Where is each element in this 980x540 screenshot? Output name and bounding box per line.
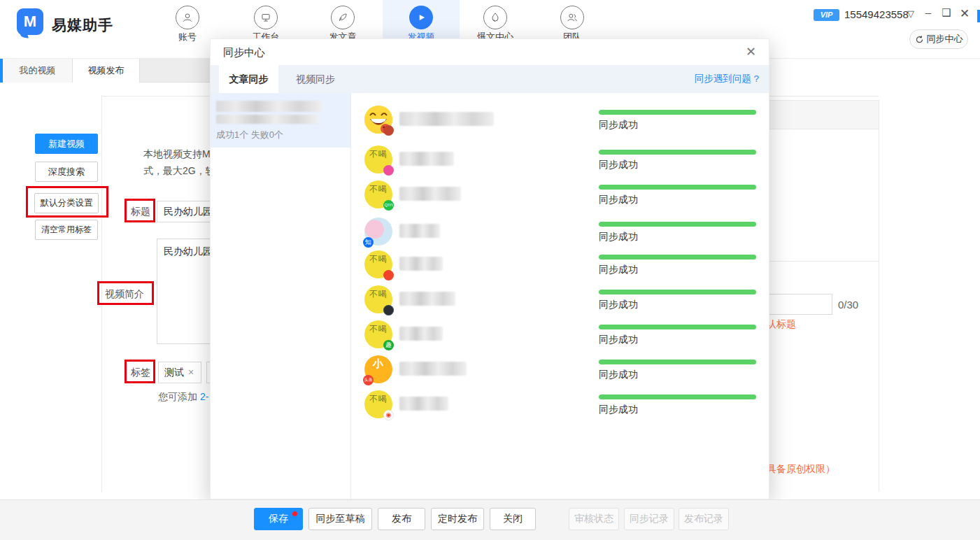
deep-search-button[interactable]: 深度搜索: [35, 162, 98, 182]
save-button[interactable]: 保存: [254, 508, 303, 530]
toutiao-badge: 头条: [363, 375, 374, 385]
task-title-blurred: [216, 115, 318, 124]
platform-avatar: 不喝: [364, 285, 392, 313]
tab-video-publish[interactable]: 视频发布: [73, 59, 140, 83]
account-number: 15549423558: [844, 8, 909, 20]
sync-help-link[interactable]: 同步遇到问题 ?: [695, 65, 759, 93]
iqiyi-badge: QIYI: [383, 200, 394, 211]
weibo-badge: ◉: [383, 410, 394, 420]
char-counter: 0/30: [838, 299, 858, 311]
remove-tag-icon[interactable]: ×: [188, 367, 194, 378]
default-category-button[interactable]: 默认分类设置: [34, 193, 99, 213]
vip-badge: VIP: [814, 9, 839, 21]
right-panel-border: [879, 100, 879, 492]
account-name-blurred: [399, 112, 494, 126]
sync-status: 同步成功: [599, 119, 638, 132]
sync-row: 不喝 同步成功: [350, 145, 770, 178]
sync-status: 同步成功: [599, 334, 638, 346]
platform-avatar: 不喝: [364, 250, 392, 278]
bottom-action-bar: 保存 同步至草稿 发布 定时发布 关闭 审核状态 同步记录 发布记录: [0, 499, 980, 540]
task-title-blurred: [216, 101, 322, 112]
publish-records-button: 发布记录: [679, 508, 729, 530]
tag-chip[interactable]: 测试×: [158, 362, 201, 383]
maximize-button[interactable]: ❑: [939, 6, 953, 19]
platform-avatar: 小头条: [364, 355, 392, 383]
sync-center-modal: 同步中心 ✕ 文章同步 视频同步 同步遇到问题 ? 成功1个 失败0个 清空记录: [210, 38, 769, 499]
sync-task-item[interactable]: 成功1个 失败0个: [211, 93, 350, 148]
app-logo-icon: M: [17, 8, 43, 35]
monitor-icon: [254, 6, 278, 29]
platform-avatar: 不喝◉: [364, 390, 392, 418]
account-dropdown-icon[interactable]: ▽: [907, 8, 914, 19]
modal-close-icon[interactable]: ✕: [746, 44, 756, 59]
sync-status: 同步成功: [599, 299, 638, 311]
platform-badge: [383, 305, 394, 315]
qutoutiao-badge: 趣: [383, 340, 394, 350]
sync-progress-bar: [599, 395, 756, 399]
platform-avatar: 知: [364, 218, 392, 246]
tags-add-hint: 您可添加 2-: [158, 391, 208, 404]
scheduled-publish-button[interactable]: 定时发布: [431, 508, 484, 530]
sync-progress-bar: [599, 185, 756, 190]
clear-common-tags-button[interactable]: 清空常用标签: [35, 220, 98, 240]
platform-avatar-emoji: [364, 106, 392, 134]
account-name-blurred: [399, 152, 454, 166]
task-stats: 成功1个 失败0个: [216, 129, 283, 141]
sync-row: 不喝 同步成功: [350, 250, 770, 283]
sohu-badge: [383, 270, 394, 280]
play-video-icon: [409, 6, 433, 29]
sync-progress-bar: [599, 360, 756, 364]
logo-glyph: M: [24, 13, 36, 31]
modal-tab-video-sync[interactable]: 视频同步: [296, 65, 335, 93]
platform-avatar: 不喝QIYI: [364, 180, 392, 208]
orange-hint-rights-fragment: 具备原创权限）: [767, 463, 835, 476]
sync-center-button[interactable]: 同步中心: [909, 29, 968, 49]
new-video-button[interactable]: 新建视频: [35, 134, 98, 154]
platform-avatar: 不喝: [364, 145, 392, 173]
platform-avatar: 不喝趣: [364, 320, 392, 348]
account-name-blurred: [399, 257, 443, 271]
account-name-blurred: [399, 187, 461, 201]
flame-icon: [483, 6, 507, 29]
sync-row: 不喝 同步成功: [350, 285, 770, 318]
publish-button[interactable]: 发布: [378, 508, 425, 530]
account-name-blurred: [399, 397, 448, 411]
feather-pen-icon: [331, 6, 355, 29]
close-button[interactable]: 关闭: [490, 508, 536, 530]
sync-status: 同步成功: [599, 231, 638, 243]
modal-title: 同步中心: [223, 46, 265, 59]
account-name-blurred: [399, 327, 443, 341]
close-window-button[interactable]: ✕: [958, 6, 972, 21]
tab-my-videos[interactable]: 我的视频: [3, 59, 73, 83]
sync-row: 知 同步成功: [350, 218, 770, 250]
sync-progress-bar: [599, 325, 756, 329]
refresh-icon: [915, 35, 924, 44]
tags-label: 标签: [131, 367, 150, 379]
sync-progress-bar: [599, 255, 756, 260]
description-label: 视频简介: [105, 288, 144, 301]
sync-status: 同步成功: [599, 194, 638, 206]
modal-tabbar: 文章同步 视频同步 同步遇到问题 ?: [211, 65, 769, 93]
sync-to-draft-button[interactable]: 同步至草稿: [308, 508, 372, 530]
modal-tab-article-sync[interactable]: 文章同步: [219, 65, 278, 93]
tags-count-link[interactable]: 2-: [200, 391, 208, 402]
sync-status: 同步成功: [599, 264, 638, 276]
unsaved-dot: [292, 511, 297, 516]
sync-status: 同步成功: [599, 159, 638, 171]
sync-status: 同步成功: [599, 369, 638, 381]
sync-row: 小头条 同步成功: [350, 355, 770, 388]
app-window: M 易媒助手 账号 工作台 发文章 发视频 爆文中心 团队 VIP 155494…: [0, 0, 980, 540]
account-name-blurred: [399, 224, 440, 238]
sync-row: 不喝QIYI 同步成功: [350, 180, 770, 213]
sync-progress-bar: [599, 110, 756, 115]
platform-badge: [383, 165, 394, 176]
account-name-blurred: [399, 362, 467, 376]
minimize-button[interactable]: –: [921, 6, 935, 18]
sync-row: 不喝趣 同步成功: [350, 320, 770, 353]
orange-hint-title-fragment: 认标题: [767, 318, 796, 331]
sync-progress-bar: [599, 290, 756, 294]
sync-progress-bar: [599, 150, 756, 155]
sync-row: 同步成功: [350, 106, 770, 138]
form-panel-border-left: [101, 96, 102, 492]
sync-row: 不喝◉ 同步成功: [350, 390, 770, 422]
